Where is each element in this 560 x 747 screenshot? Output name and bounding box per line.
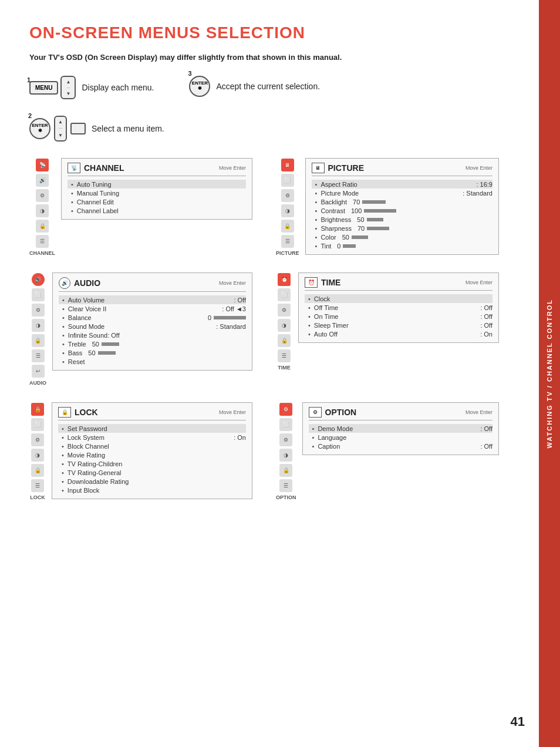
option-icon-3: ⚙ bbox=[279, 433, 292, 446]
option-label: OPTION bbox=[276, 494, 296, 500]
picture-icon-box: 🖥 bbox=[312, 163, 325, 173]
lock-item-7: Input Block bbox=[58, 486, 246, 494]
instruction-1: 1 MENU ▲ ─ ▼ Display each menu. bbox=[29, 76, 154, 99]
channel-section: 📡 🔊 ⚙ ◑ 🔒 ☰ CHANNEL 📡 CHANNEL Move Enter bbox=[29, 158, 252, 256]
time-icons: ⏰ ⬜ ⚙ ◑ 🔒 ☰ bbox=[276, 272, 292, 363]
time-title-row: ⏰ TIME bbox=[305, 277, 340, 288]
audio-icon-4: ◑ bbox=[32, 319, 45, 332]
lock-section: 🔒 ⬜ ⚙ ◑ 🔒 ☰ LOCK 🔒 LOCK Move Enter bbox=[29, 402, 252, 500]
lock-panel-title: LOCK bbox=[75, 408, 98, 417]
audio-item-6: Bass50 bbox=[59, 348, 246, 357]
remote-graphic-1: 1 MENU ▲ ─ ▼ bbox=[29, 76, 76, 99]
audio-header: 🔊 AUDIO Move Enter bbox=[59, 277, 246, 292]
audio-icon-3: ⚙ bbox=[32, 304, 45, 317]
channel-icons: 📡 🔊 ⚙ ◑ 🔒 ☰ bbox=[34, 158, 50, 248]
audio-icon-box: 🔊 bbox=[59, 277, 70, 289]
picture-label: PICTURE bbox=[276, 250, 299, 256]
lock-item-5: TV Rating-General bbox=[58, 468, 246, 477]
time-icon-box: ⏰ bbox=[305, 277, 318, 288]
time-icon-3: ⚙ bbox=[278, 304, 291, 317]
picture-icons: 🖥 ⬜ ⚙ ◑ 🔒 ☰ bbox=[279, 158, 296, 248]
menu-button[interactable]: 1 MENU bbox=[29, 81, 58, 95]
audio-item-0: Auto Volume: Off bbox=[59, 295, 246, 304]
instruction-2: 2 ENTER✱ ▲ ─ ▼ Select a menu item. bbox=[29, 116, 499, 142]
audio-item-4: Infinite Sound: Off bbox=[59, 331, 246, 339]
sharpness-bar bbox=[367, 227, 389, 230]
page-title: ON-SCREEN MENUS SELECTION bbox=[29, 23, 499, 42]
option-icon-4: ◑ bbox=[279, 449, 292, 462]
audio-icon-6: ☰ bbox=[32, 349, 45, 362]
lock-item-2: Block Channel bbox=[58, 442, 246, 450]
channel-icon-box: 📡 bbox=[68, 163, 80, 173]
picture-sidebar: 🖥 ⬜ ⚙ ◑ 🔒 ☰ PICTURE bbox=[276, 158, 299, 256]
menus-grid: 📡 🔊 ⚙ ◑ 🔒 ☰ CHANNEL 📡 CHANNEL Move Enter bbox=[29, 158, 499, 500]
time-panel-title: TIME bbox=[321, 278, 340, 287]
remote-graphic-3: 3 ENTER✱ bbox=[189, 76, 210, 97]
page-number: 41 bbox=[511, 714, 525, 729]
channel-icon-6: ☰ bbox=[36, 235, 49, 248]
option-item-2: Caption: Off bbox=[309, 442, 492, 450]
arrow-group-2: ▲ ─ ▼ bbox=[54, 116, 67, 142]
arrow-up-icon: ▲ bbox=[66, 79, 70, 85]
picture-item-5: Sharpness70 bbox=[312, 224, 492, 233]
audio-sidebar: 🔊 ⬜ ⚙ ◑ 🔒 ☰ ↩ AUDIO bbox=[29, 272, 46, 386]
audio-icon-7: ↩ bbox=[32, 365, 45, 378]
picture-item-7: Tint0 bbox=[312, 241, 492, 250]
channel-icon-5: 🔒 bbox=[36, 220, 49, 233]
lock-item-1: Lock System: On bbox=[58, 433, 246, 442]
time-sidebar: ⏰ ⬜ ⚙ ◑ 🔒 ☰ TIME bbox=[276, 272, 292, 371]
picture-item-1: Picture Mode: Standard bbox=[312, 189, 492, 197]
time-section: ⏰ ⬜ ⚙ ◑ 🔒 ☰ TIME ⏰ TIME Move Enter bbox=[276, 272, 499, 386]
audio-panel-title: AUDIO bbox=[74, 278, 100, 288]
time-item-4: Auto Off: On bbox=[305, 329, 492, 338]
audio-section: 🔊 ⬜ ⚙ ◑ 🔒 ☰ ↩ AUDIO 🔊 AUDIO Move Enter bbox=[29, 272, 252, 386]
channel-item-2: Channel Edit bbox=[68, 197, 246, 206]
channel-panel-title: CHANNEL bbox=[84, 163, 124, 173]
picture-panel: 🖥 PICTURE Move Enter Aspect Ratio: 16:9 … bbox=[305, 158, 499, 255]
lock-icon-5: 🔒 bbox=[31, 464, 44, 477]
lock-sidebar: 🔒 ⬜ ⚙ ◑ 🔒 ☰ LOCK bbox=[29, 402, 46, 500]
audio-item-5: Treble50 bbox=[59, 339, 246, 348]
balance-bar bbox=[214, 316, 246, 319]
channel-icon-2: 🔊 bbox=[36, 174, 49, 187]
option-icon-box: ⚙ bbox=[309, 407, 322, 418]
picture-icon-3: ⚙ bbox=[281, 189, 294, 202]
enter-button-3[interactable]: 3 ENTER✱ bbox=[189, 76, 210, 97]
remote-graphic-2: 2 ENTER✱ ▲ ─ ▼ bbox=[29, 116, 86, 142]
option-icon-5: 🔒 bbox=[279, 464, 292, 477]
option-item-0: Demo Mode: Off bbox=[309, 424, 492, 433]
time-nav-hint: Move Enter bbox=[465, 280, 492, 285]
audio-icon-5: 🔒 bbox=[32, 334, 45, 347]
lock-title-row: 🔒 LOCK bbox=[58, 407, 98, 418]
time-item-2: On Time: Off bbox=[305, 312, 492, 321]
picture-title-row: 🖥 PICTURE bbox=[312, 163, 364, 173]
picture-nav-hint: Move Enter bbox=[465, 165, 492, 171]
picture-section: 🖥 ⬜ ⚙ ◑ 🔒 ☰ PICTURE 🖥 PICTURE Move Enter bbox=[276, 158, 499, 256]
time-panel: ⏰ TIME Move Enter Clock Off Time: Off On… bbox=[298, 272, 499, 343]
instruction-2-text: Select a menu item. bbox=[92, 124, 164, 133]
brightness-bar bbox=[367, 218, 383, 221]
enter-button-2[interactable]: 2 ENTER✱ bbox=[29, 118, 50, 139]
audio-panel: 🔊 AUDIO Move Enter Auto Volume: Off Clea… bbox=[52, 272, 252, 371]
channel-icon-1: 📡 bbox=[36, 159, 49, 171]
instruction-3-text: Accept the current selection. bbox=[216, 82, 320, 91]
picture-item-4: Brightness50 bbox=[312, 215, 492, 224]
channel-item-3: Channel Label bbox=[68, 206, 246, 215]
audio-item-3: Sound Mode: Standard bbox=[59, 322, 246, 331]
channel-item-0: Auto Tuning bbox=[68, 180, 246, 189]
contrast-bar bbox=[364, 209, 396, 213]
option-header: ⚙ OPTION Move Enter bbox=[309, 407, 492, 420]
option-nav-hint: Move Enter bbox=[465, 409, 492, 415]
arrow-down-2-icon: ▼ bbox=[58, 133, 63, 138]
lock-icons: 🔒 ⬜ ⚙ ◑ 🔒 ☰ bbox=[29, 402, 46, 493]
audio-icon-2: ⬜ bbox=[32, 288, 45, 301]
channel-title-row: 📡 CHANNEL bbox=[68, 163, 124, 173]
audio-label: AUDIO bbox=[29, 380, 46, 386]
lock-label: LOCK bbox=[30, 494, 45, 500]
channel-sidebar: 📡 🔊 ⚙ ◑ 🔒 ☰ CHANNEL bbox=[29, 158, 55, 256]
rect-button[interactable] bbox=[70, 123, 86, 134]
treble-bar bbox=[102, 342, 119, 346]
audio-item-1: Clear Voice II: Off ◄3 bbox=[59, 304, 246, 313]
picture-item-3: Contrast100 bbox=[312, 206, 492, 215]
time-item-3: Sleep Timer: Off bbox=[305, 321, 492, 329]
